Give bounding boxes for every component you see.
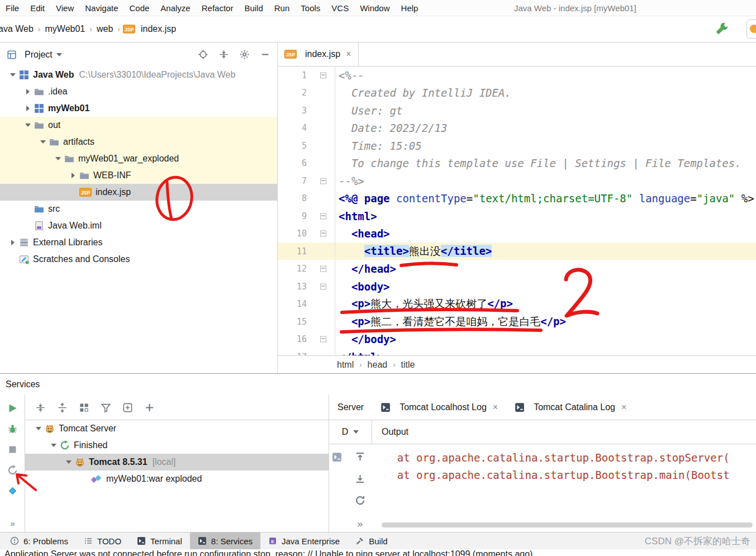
chevron-right-icon[interactable] (22, 89, 34, 94)
breadcrumb-item-index-jsp[interactable]: index.jsp (139, 24, 178, 34)
more-button[interactable]: » (354, 518, 366, 530)
code-line-1[interactable]: 1<%-- (278, 66, 756, 84)
menu-vcs[interactable]: VCS (326, 3, 354, 13)
tree-item-java-web[interactable]: Java WebC:\Users\33010\IdeaProjects\Java… (0, 66, 277, 83)
rerun-button[interactable] (7, 465, 18, 476)
editor-tab-index-jsp[interactable]: JSP index.jsp × (278, 42, 359, 66)
statusbar-todo[interactable]: TODO (76, 533, 129, 549)
chevron-right-icon[interactable] (7, 240, 19, 245)
statusbar-build[interactable]: Build (348, 533, 395, 549)
menu-edit[interactable]: Edit (25, 3, 50, 13)
log-level-dropdown[interactable]: D (329, 420, 372, 444)
fold-marker[interactable] (307, 330, 335, 348)
next-frame-button[interactable] (354, 473, 366, 484)
code-line-3[interactable]: 3 User: gt (278, 102, 756, 120)
filter-button[interactable] (101, 402, 111, 413)
chevron-down-icon[interactable] (56, 53, 62, 59)
tree-item-tomcat-8-5-31[interactable]: Tomcat 8.5.31[local] (25, 454, 329, 471)
menu-window[interactable]: Window (354, 3, 395, 13)
code-editor[interactable]: 1<%--2 Created by IntelliJ IDEA.3 User: … (278, 66, 756, 355)
tree-item-finished[interactable]: Finished (25, 437, 329, 454)
code-line-7[interactable]: 7--%> (278, 172, 756, 190)
menu-run[interactable]: Run (269, 3, 296, 13)
tree-item-external-libraries[interactable]: External Libraries (0, 234, 277, 251)
fold-marker[interactable] (307, 278, 335, 296)
add-button[interactable] (144, 402, 155, 413)
code-line-17[interactable]: 17</html> (278, 348, 756, 355)
close-icon[interactable]: × (346, 49, 351, 59)
menu-tools[interactable]: Tools (295, 3, 326, 13)
tree-item-idea[interactable]: .idea (0, 83, 277, 100)
chevron-right-icon[interactable] (22, 106, 34, 111)
code-line-11[interactable]: 11 <title>熊出没</title> (278, 243, 756, 260)
code-line-15[interactable]: 15 <p>熊二，看清楚它不是咱妈，它是白毛</p> (278, 313, 756, 331)
menu-help[interactable]: Help (396, 3, 424, 13)
services-panel-title[interactable]: Services (0, 374, 756, 395)
partial-toolbar-button[interactable] (747, 20, 756, 39)
tree-item-artifacts[interactable]: artifacts (0, 134, 277, 150)
code-line-10[interactable]: 10 <head> (278, 225, 756, 243)
breadcrumb-item-myweb01[interactable]: myWeb01 (44, 24, 87, 34)
code-line-12[interactable]: 12 </head> (278, 260, 756, 278)
menu-refactor[interactable]: Refactor (196, 3, 239, 13)
statusbar-java-enterprise[interactable]: EJava Enterprise (260, 533, 348, 549)
hide-button[interactable] (260, 49, 270, 60)
statusbar-terminal[interactable]: Terminal (129, 533, 190, 549)
close-icon[interactable]: × (493, 402, 498, 412)
collapse-all-button[interactable] (35, 402, 46, 413)
build-artifact-wrench-icon[interactable] (715, 21, 729, 36)
statusbar-8-services[interactable]: 8: Services (190, 533, 260, 549)
menu-file[interactable]: File (0, 3, 25, 13)
breadcrumb-item-web[interactable]: web (95, 24, 115, 34)
code-line-8[interactable]: 8<%@ page contentType="text/html;charset… (278, 189, 756, 207)
tree-item-src[interactable]: src (0, 201, 277, 217)
tree-item-myweb01-war-exploded[interactable]: myWeb01:war exploded (25, 471, 329, 487)
fold-marker[interactable] (307, 172, 335, 190)
debug-button[interactable] (7, 424, 18, 434)
tree-item-myweb01-war-exploded[interactable]: myWeb01_war_exploded (0, 150, 277, 167)
breadcrumb-item-java-web[interactable]: Java Web (0, 24, 35, 34)
tree-item-myweb01[interactable]: myWeb01 (0, 100, 277, 117)
fold-marker[interactable] (307, 260, 335, 278)
chevron-right-icon[interactable] (67, 173, 79, 178)
chevron-down-icon[interactable] (22, 121, 34, 130)
chevron-down-icon[interactable] (7, 70, 19, 79)
fold-marker[interactable] (307, 66, 335, 84)
editor-breadcrumb-html[interactable]: html (336, 360, 355, 370)
chevron-down-icon[interactable] (47, 441, 60, 450)
chevron-down-icon[interactable] (32, 424, 45, 433)
settings-button[interactable] (239, 49, 250, 60)
locate-button[interactable] (198, 49, 208, 60)
project-panel-title[interactable]: Project (25, 50, 53, 60)
chevron-down-icon[interactable] (63, 458, 75, 467)
menu-build[interactable]: Build (239, 3, 268, 13)
group-button[interactable] (79, 402, 89, 413)
menu-navigate[interactable]: Navigate (79, 3, 123, 13)
tree-item-java-web-iml[interactable]: Java Web.iml (0, 217, 277, 234)
tab-tomcat-catalina-log[interactable]: Tomcat Catalina Log× (506, 395, 635, 420)
collapse-all-button[interactable] (218, 49, 229, 60)
code-line-16[interactable]: 16 </body> (278, 330, 756, 348)
tree-item-scratches-and-consoles[interactable]: Scratches and Consoles (0, 251, 277, 268)
code-line-14[interactable]: 14 <p>熊大，光头强又来砍树了</p> (278, 295, 756, 313)
fold-marker[interactable] (307, 207, 335, 225)
run-button[interactable] (7, 403, 18, 414)
add-service-button[interactable] (122, 402, 133, 413)
tab-tomcat-localhost-log[interactable]: Tomcat Localhost Log× (372, 395, 506, 420)
code-line-4[interactable]: 4 Date: 2023/2/13 (278, 119, 756, 137)
prev-frame-button[interactable] (354, 451, 366, 463)
refresh-button[interactable] (354, 495, 366, 506)
menu-analyze[interactable]: Analyze (155, 3, 196, 13)
tab-server[interactable]: Server (329, 395, 372, 420)
horizontal-scrollbar[interactable] (382, 522, 753, 528)
menu-code[interactable]: Code (123, 3, 155, 13)
tree-item-index-jsp[interactable]: JSPindex.jsp (0, 184, 277, 201)
statusbar-6-problems[interactable]: 6: Problems (2, 533, 76, 549)
code-line-9[interactable]: 9<html> (278, 207, 756, 225)
code-line-6[interactable]: 6 To change this template use File | Set… (278, 154, 756, 172)
expand-all-button[interactable] (57, 402, 68, 413)
console-output[interactable]: at org.apache.catalina.startup.Bootstrap… (372, 444, 756, 532)
fold-marker[interactable] (307, 225, 335, 243)
tree-item-web-inf[interactable]: WEB-INF (0, 167, 277, 184)
editor-breadcrumb-title[interactable]: title (400, 360, 416, 370)
